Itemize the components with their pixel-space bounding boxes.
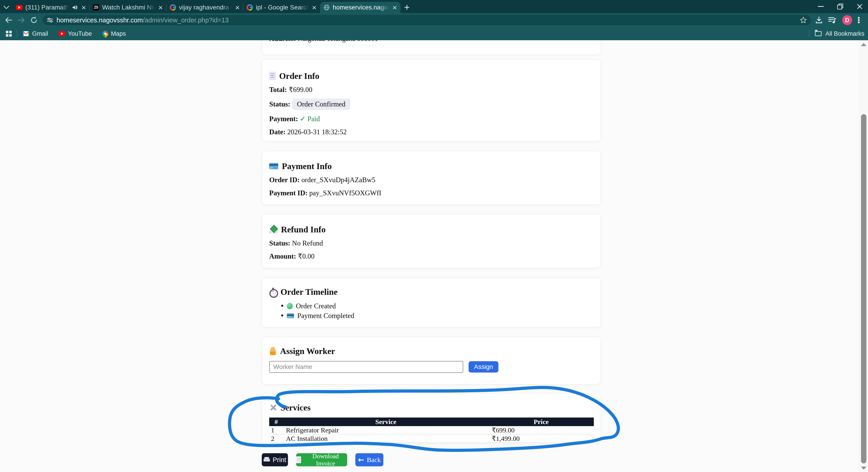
credit-card-icon	[287, 313, 294, 318]
check-icon: ✓	[300, 115, 306, 123]
bookmark-gmail[interactable]: Gmail	[23, 30, 48, 37]
tab-audio-icon[interactable]	[71, 4, 78, 11]
bookmarks-bar: Gmail YouTube Maps All Bookmarks	[0, 27, 868, 40]
status-row: Status: Order Confirmed	[269, 99, 592, 110]
total-row: Total: ₹699.00	[269, 86, 592, 94]
forward-icon[interactable]	[15, 14, 28, 27]
close-tab-icon[interactable]: ×	[235, 4, 240, 11]
bookmark-label: YouTube	[68, 30, 92, 37]
construction-worker-icon	[269, 347, 276, 355]
minimize-window-icon[interactable]	[817, 3, 825, 10]
tab-zee5-serial[interactable]: Z5 Watch Lakshmi Nivasa TV Serial ×	[90, 2, 166, 13]
close-tab-icon[interactable]: ×	[158, 4, 163, 11]
action-buttons: Print Download Invoice ←Back	[262, 453, 383, 466]
apps-grid-icon[interactable]	[6, 31, 12, 37]
green-circle-icon	[287, 303, 293, 309]
back-icon[interactable]	[2, 14, 15, 27]
youtube-icon	[59, 31, 65, 36]
services-table: # Service Price 1 Refrigerator Repair ₹6…	[269, 417, 594, 443]
tab-search-chevron-icon[interactable]	[0, 2, 13, 13]
wrench-icon	[269, 404, 277, 411]
tab-title: vijay raghavendra new movies -	[179, 4, 232, 11]
payment-info-card: Payment Info Order ID: order_SXvuDp4jAZa…	[262, 151, 601, 205]
refund-info-card: Refund Info Status: No Refund Amount: ₹0…	[262, 214, 601, 268]
services-header-row: # Service Price	[269, 417, 594, 426]
worker-name-input[interactable]	[269, 361, 463, 373]
payment-row: Payment: ✓ Paid	[269, 115, 592, 123]
tab-title: homeservices.nagovsshr.com/a	[333, 4, 389, 11]
folder-icon	[815, 31, 822, 36]
stopwatch-icon	[269, 288, 277, 296]
tab-active-homeservices[interactable]: homeservices.nagovsshr.com/a ×	[320, 2, 401, 13]
page-content: Address: Nalgonda Telangana 508001 Order…	[0, 40, 868, 472]
scrollbar-thumb[interactable]	[861, 114, 866, 464]
back-button[interactable]: ←Back	[355, 453, 383, 466]
order-id-row: Order ID: order_SXvuDp4jAZaBw5	[269, 176, 592, 184]
bookmark-label: Gmail	[32, 30, 48, 37]
youtube-icon	[16, 4, 23, 11]
printer-icon	[264, 457, 270, 463]
col-header-service: Service	[283, 417, 489, 426]
assign-worker-card: Assign Worker Assign	[262, 337, 601, 384]
document-icon	[296, 457, 301, 463]
bookmark-maps[interactable]: Maps	[102, 30, 126, 37]
gmail-icon	[23, 31, 29, 36]
restore-window-icon[interactable]	[836, 3, 844, 10]
credit-card-icon	[269, 163, 278, 169]
site-info-icon[interactable]	[46, 17, 53, 24]
left-arrow-icon: ←	[358, 455, 364, 464]
money-wings-icon	[269, 226, 277, 233]
refund-amount-row: Amount: ₹0.00	[269, 252, 592, 261]
menu-kebab-icon[interactable]: •••	[858, 17, 860, 24]
bookmark-youtube[interactable]: YouTube	[59, 30, 92, 37]
date-row: Date: 2026-03-31 18:32:52	[269, 128, 592, 136]
payment-id-row: Payment ID: pay_SXvuNVf5OXGWfI	[269, 189, 592, 197]
url-text[interactable]: homeservices.nagovsshr.com/admin/view_or…	[57, 17, 229, 24]
maps-pin-icon	[101, 30, 110, 38]
timeline-event: Order Created	[287, 301, 592, 311]
close-window-icon[interactable]	[856, 3, 864, 10]
bookmark-label: Maps	[111, 30, 126, 37]
payment-info-title: Payment Info	[269, 161, 592, 171]
divider	[809, 30, 809, 37]
tab-title: Watch Lakshmi Nivasa TV Serial	[102, 4, 155, 11]
profile-avatar[interactable]: D	[842, 15, 852, 25]
receipt-icon	[269, 72, 276, 80]
tab-youtube-video[interactable]: (311) Paramathma _ Power s ×	[13, 2, 90, 13]
close-tab-icon[interactable]: ×	[81, 4, 86, 11]
google-icon	[246, 4, 253, 11]
divider	[17, 30, 17, 37]
page-scrollbar[interactable]	[859, 40, 868, 472]
all-bookmarks-label: All Bookmarks	[825, 30, 864, 37]
browser-titlebar: (311) Paramathma _ Power s × Z5 Watch La…	[0, 0, 868, 13]
all-bookmarks[interactable]: All Bookmarks	[809, 30, 864, 37]
timeline-event: Payment Completed	[287, 311, 592, 320]
print-button[interactable]: Print	[262, 453, 288, 466]
new-tab-button[interactable]: +	[401, 2, 413, 13]
media-controls-icon[interactable]	[828, 17, 837, 24]
col-header-price: Price	[489, 417, 594, 426]
col-header-num: #	[269, 417, 283, 426]
order-info-card: Order Info Total: ₹699.00 Status: Order …	[262, 59, 601, 141]
download-invoice-button[interactable]: Download Invoice	[296, 453, 347, 466]
tab-google-search-ipl[interactable]: ipl - Google Search ×	[243, 2, 320, 13]
refund-status-row: Status: No Refund	[269, 239, 592, 248]
scroll-down-icon[interactable]	[861, 467, 866, 470]
close-tab-icon[interactable]: ×	[392, 4, 397, 11]
services-title: Services	[269, 403, 592, 413]
timeline-list: Order Created Payment Completed	[269, 301, 592, 320]
tab-google-search-movies[interactable]: vijay raghavendra new movies - ×	[166, 2, 243, 13]
globe-icon	[323, 4, 330, 11]
refund-info-title: Refund Info	[269, 224, 592, 234]
order-info-title: Order Info	[269, 71, 592, 81]
url-bar[interactable]: homeservices.nagovsshr.com/admin/view_or…	[42, 15, 811, 25]
assign-button[interactable]: Assign	[469, 361, 498, 373]
bookmark-star-icon[interactable]	[800, 17, 807, 24]
service-row: 1 Refrigerator Repair ₹699.00	[269, 426, 594, 434]
close-tab-icon[interactable]: ×	[311, 4, 317, 11]
tab-strip: (311) Paramathma _ Power s × Z5 Watch La…	[0, 0, 413, 13]
status-badge: Order Confirmed	[292, 99, 350, 110]
scroll-up-icon[interactable]	[861, 43, 866, 46]
reload-icon[interactable]	[28, 14, 40, 27]
downloads-icon[interactable]	[815, 16, 823, 24]
